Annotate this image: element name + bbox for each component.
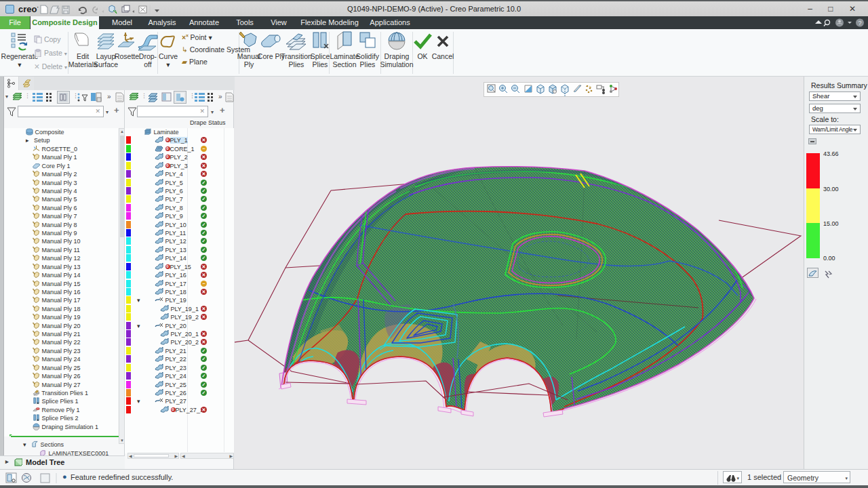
- svg-text:?: ?: [858, 20, 861, 26]
